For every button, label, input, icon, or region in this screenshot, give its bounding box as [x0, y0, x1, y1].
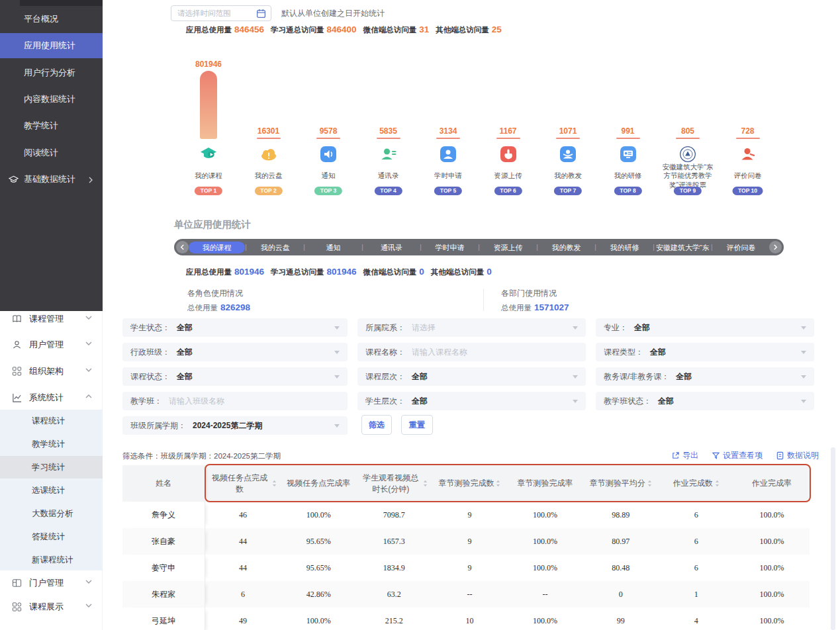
- app-tab-4[interactable]: 通讯录: [363, 242, 420, 253]
- app-tab-7[interactable]: 我的教发: [538, 242, 594, 253]
- app-name-label: 通知: [300, 163, 357, 189]
- app-tab-3[interactable]: 通知: [305, 242, 361, 253]
- filter-field-r1c1[interactable]: 学生状态：全部: [122, 318, 348, 337]
- app-tab-10[interactable]: 评价问卷: [713, 242, 769, 253]
- column-header-2: 视频任务点完成数: [205, 465, 281, 502]
- app-tab-1[interactable]: 我的课程: [189, 242, 245, 253]
- chart-icon: [12, 393, 22, 403]
- sidebar-item-3[interactable]: 用户行为分析: [0, 64, 103, 82]
- submenu-item-6[interactable]: 答疑统计: [0, 525, 103, 548]
- filter-field-r3c2[interactable]: 课程层次：全部: [357, 367, 586, 386]
- dept-usage-panel: 各部门使用情况 总使用量1571027: [501, 288, 569, 313]
- filter-field-r1c2[interactable]: 所属院系：请选择: [357, 318, 586, 337]
- submenu-item-5[interactable]: 大数据分析: [0, 502, 103, 525]
- app-tab-5[interactable]: 学时申请: [422, 242, 478, 253]
- top-rank-badge: TOP 10: [732, 187, 763, 195]
- menu-item-2[interactable]: 用户管理: [0, 332, 103, 358]
- bar-value-label: 16301: [257, 126, 279, 136]
- overall-usage-stats: 应用总使用量846456学习通总访问量846400微信端总访问量31其他端总访问…: [186, 24, 502, 35]
- submenu-item-7[interactable]: 新课程统计: [0, 549, 103, 571]
- data-cell: 6: [659, 528, 734, 555]
- table-row: 朱程家642.86%63.2----01100.0%: [122, 581, 810, 608]
- field-label: 课程状态：: [130, 371, 170, 382]
- bar-value-label: 5835: [379, 126, 397, 136]
- app-name-label: 我的云盘: [240, 163, 297, 189]
- field-placeholder: 请输入课程名称: [412, 347, 467, 358]
- reset-button[interactable]: 重置: [401, 415, 433, 435]
- action-export[interactable]: 导出: [671, 450, 698, 461]
- sort-icon[interactable]: [647, 480, 652, 487]
- submenu-item-1[interactable]: 课程统计: [0, 410, 103, 432]
- data-cell: 100.0%: [508, 502, 583, 528]
- data-cell: 98.89: [583, 502, 659, 528]
- submenu-item-3[interactable]: 学习统计: [0, 456, 103, 478]
- field-label: 班级所属学期：: [130, 420, 186, 431]
- tabbar-left-arrow[interactable]: [176, 241, 189, 253]
- table-header-row: 姓名视频任务点完成数视频任务点完成率学生观看视频总时长(分钟)章节测验完成数章节…: [122, 465, 810, 502]
- bar-zone: 3134: [418, 60, 478, 139]
- sort-icon[interactable]: [496, 480, 500, 487]
- app-name-label: 安徽建筑大学“东方节能优秀教学奖”评选投票: [659, 163, 716, 189]
- filter-field-semester[interactable]: 班级所属学期：2024-2025第二学期: [122, 416, 348, 435]
- app-tab-9[interactable]: 安徽建筑大学“东: [655, 242, 711, 253]
- role-usage-panel: 各角色使用情况 总使用量826298: [187, 288, 250, 313]
- submenu-item-4[interactable]: 选课统计: [0, 479, 103, 502]
- filter-button[interactable]: 筛选: [361, 415, 392, 435]
- sidebar-item-label: 基础数据统计: [24, 174, 75, 184]
- action-data-description[interactable]: 数据说明: [776, 450, 819, 461]
- sidebar-item-6[interactable]: 阅读统计: [0, 144, 103, 162]
- caret-down-icon: [573, 375, 578, 379]
- bar-zone: 805: [658, 60, 718, 139]
- submenu-item-2[interactable]: 教学统计: [0, 433, 103, 455]
- stat-value: 25: [492, 24, 502, 34]
- field-label: 所属院系：: [365, 322, 405, 334]
- sidebar-item-7[interactable]: 基础数据统计: [0, 170, 103, 189]
- doc-icon: [776, 451, 784, 460]
- filter-field-r4c1[interactable]: 教学班：请输入班级名称: [122, 392, 348, 410]
- data-cell: 1834.9: [356, 555, 432, 581]
- book-icon: [12, 314, 22, 324]
- sidebar-item-2[interactable]: 应用使用统计: [0, 33, 103, 58]
- field-label: 专业：: [604, 322, 628, 334]
- table-row: 詹争义46100.0%7098.79100.0%98.896100.0%: [122, 502, 810, 528]
- sidebar-item-5[interactable]: 教学统计: [0, 116, 103, 135]
- column-header-5: 章节测验完成数: [432, 465, 507, 502]
- data-cell: --: [432, 581, 507, 608]
- menu-item-4[interactable]: 系统统计: [0, 384, 103, 411]
- filter-field-r2c3[interactable]: 课程类型：全部: [596, 343, 814, 361]
- bar: [257, 138, 281, 139]
- data-cell: 100.0%: [734, 581, 810, 608]
- sidebar-item-1[interactable]: 平台概况: [0, 10, 103, 28]
- menu-item-1[interactable]: 课程管理: [0, 306, 103, 332]
- menu-item-6[interactable]: 课程展示: [0, 594, 103, 620]
- sidebar-item-4[interactable]: 内容数据统计: [0, 90, 103, 109]
- action-label: 数据说明: [787, 450, 819, 461]
- student-name-cell: 姜守申: [122, 555, 205, 581]
- menu-item-5[interactable]: 门户管理: [0, 570, 103, 596]
- stat-value: 801946: [327, 267, 357, 277]
- filter-field-r1c3[interactable]: 专业：全部: [596, 318, 814, 337]
- filter-field-r3c3[interactable]: 教务课/非教务课：全部: [596, 367, 814, 386]
- filter-field-r2c1[interactable]: 行政班级：全部: [122, 343, 348, 361]
- chevron-down-icon: [85, 341, 92, 348]
- sort-icon[interactable]: [423, 480, 428, 487]
- date-range-picker[interactable]: [171, 5, 271, 21]
- bar-value-label: 1071: [559, 126, 577, 136]
- app-tab-8[interactable]: 我的研修: [596, 242, 653, 253]
- sort-icon[interactable]: [272, 480, 277, 487]
- filter-field-r2c2[interactable]: 课程名称：请输入课程名称: [357, 343, 586, 361]
- chart-column-5: 3134学时申请TOP 5: [418, 60, 478, 199]
- action-set-view-items[interactable]: 设置查看项: [712, 450, 763, 461]
- app-tab-6[interactable]: 资源上传: [480, 242, 536, 253]
- field-label: 学生状态：: [130, 322, 170, 334]
- filter-field-r4c2[interactable]: 学生层次：全部: [357, 392, 586, 410]
- app-tab-2[interactable]: 我的云盘: [247, 242, 303, 253]
- sort-icon[interactable]: [715, 480, 720, 487]
- sidebar-item-label: 用户行为分析: [24, 68, 75, 77]
- tabbar-right-arrow[interactable]: [769, 241, 782, 253]
- date-range-input[interactable]: [177, 6, 256, 21]
- menu-item-3[interactable]: 组织架构: [0, 358, 103, 384]
- scrollbar-track[interactable]: [831, 447, 835, 630]
- filter-field-r3c1[interactable]: 课程状态：全部: [122, 367, 348, 386]
- filter-field-r4c3[interactable]: 教学班状态：全部: [596, 392, 814, 410]
